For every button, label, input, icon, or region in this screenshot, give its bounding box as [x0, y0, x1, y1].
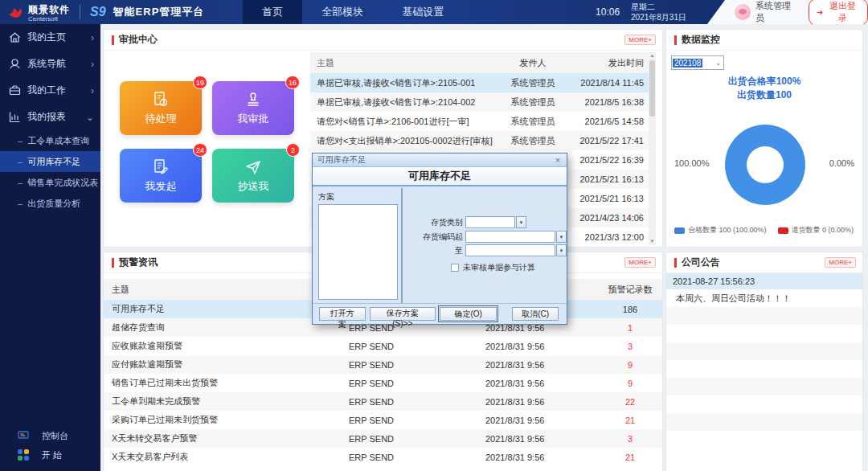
approval-row[interactable]: 单据已审核,请接收<销售订单>:2104-002系统管理员2021/8/5 16… — [310, 92, 649, 112]
sidebar-subitem-workorder-cost[interactable]: 工令单成本查询 — [0, 130, 100, 151]
sidebar: 我的主页 系统导航 我的工作 我的报表 工令单成本查询 可用库存不足 销售单 — [0, 24, 100, 471]
home-icon — [8, 31, 22, 44]
logout-button[interactable]: ➜ 退出登录 — [809, 0, 868, 26]
doc-clock-icon — [151, 90, 170, 109]
cancel-button[interactable]: 取消(C) — [512, 307, 559, 321]
save-scheme-button[interactable]: 保存方案(S)>> — [370, 307, 436, 321]
sidebar-subitem-available-stock[interactable]: 可用库存不足 — [0, 151, 100, 172]
approval-row[interactable]: 请您对<销售订单>:2106-001进行[一审]系统管理员2021/6/5 14… — [310, 112, 649, 131]
clock-time: 10:06 — [596, 6, 620, 18]
sidebar-item-reports[interactable]: 我的报表 — [0, 104, 100, 130]
code-to-picker-button[interactable] — [556, 244, 567, 256]
doc-edit-icon — [151, 158, 170, 177]
period-value: 202108 — [673, 59, 702, 68]
unaudited-checkbox[interactable] — [451, 264, 459, 272]
code-to-label: 至 — [403, 245, 465, 256]
company-notice-title: 公司公告 — [674, 256, 720, 269]
alert-row[interactable]: 工令单到期未完成预警ERP SEND2021/8/31 9:5622 — [104, 392, 662, 411]
alert-row[interactable]: 销售订单已过期未出货预警ERP SEND2021/8/31 9:569 — [104, 374, 662, 392]
tile-initiated-by-me[interactable]: 24 我发起 — [120, 149, 202, 203]
scheme-label: 方案 — [318, 191, 398, 203]
tile-cc-to-me[interactable]: 2 抄送我 — [212, 149, 294, 203]
nav-all-modules[interactable]: 全部模块 — [302, 0, 383, 24]
chevron-right-icon — [91, 85, 94, 96]
dialog-title: 可用库存不足 — [317, 154, 366, 166]
date: 2021年8月31日 — [631, 12, 686, 23]
donut-legend: 合格数量 100 (100.00%) 退货数量 0 (0.00%) — [674, 225, 854, 236]
close-icon[interactable] — [552, 155, 563, 166]
scheme-listbox[interactable] — [318, 204, 398, 300]
category-picker-button[interactable] — [516, 216, 526, 228]
notice-date-row[interactable]: 2021-08-27 15:56:23 — [666, 273, 862, 289]
approval-row[interactable]: 请您对<支出报销单>:202105-0002进行[审核]系统管理员2021/5/… — [310, 131, 649, 150]
approval-table-header: 主题 发件人 发出时间 — [310, 52, 649, 73]
code-from-label: 存货编码起 — [403, 231, 465, 243]
nav-base-settings[interactable]: 基础设置 — [383, 0, 463, 24]
scroll-up-icon[interactable]: ▲ — [649, 52, 656, 59]
open-scheme-button[interactable]: 打开方案 — [319, 307, 366, 321]
pending-count-badge: 19 — [193, 76, 207, 89]
legend-return-swatch — [778, 227, 788, 234]
top-navigation: 首页 全部模块 基础设置 — [243, 0, 463, 24]
initiated-count-badge: 24 — [193, 143, 207, 157]
approval-row[interactable]: 单据已审核,请接收<销售订单>:2105-001系统管理员2021/8/14 1… — [310, 73, 649, 92]
sidebar-item-navigation[interactable]: 系统导航 — [0, 51, 100, 77]
tile-my-approvals[interactable]: 16 我审批 — [212, 81, 294, 135]
stamp-icon — [244, 90, 263, 109]
brand-name-cn: 顺景软件 — [28, 4, 70, 15]
period-select[interactable]: 202108 ⌄ — [671, 55, 724, 70]
code-from-input[interactable] — [465, 231, 555, 243]
notice-more-button[interactable]: MORE+ — [825, 257, 856, 268]
user-avatar[interactable] — [735, 4, 751, 20]
alert-row[interactable]: 应付账款逾期预警ERP SEND2021/8/31 9:569 — [104, 355, 662, 374]
sidebar-subitem-shipment-quality[interactable]: 出货质量分析 — [0, 193, 100, 214]
console-button[interactable]: 控制台 — [0, 426, 100, 445]
available-stock-dialog: 可用库存不足 可用库存不足 方案 存货类别 存货编码起 — [312, 153, 567, 325]
sidebar-item-home[interactable]: 我的主页 — [0, 24, 100, 51]
alert-row[interactable]: X天未交易客户列表ERP SEND2021/8/31 9:5621 — [104, 448, 662, 466]
category-input[interactable] — [465, 216, 515, 228]
code-from-picker-button[interactable] — [556, 231, 567, 243]
donut-chart — [725, 125, 805, 205]
user-area: 系统管理员 ➜ 退出登录 — [707, 0, 868, 24]
nav-home[interactable]: 首页 — [243, 0, 302, 24]
data-monitor-title: 数据监控 — [674, 33, 720, 47]
alert-row[interactable]: X天未转交易客户预警ERP SEND2021/8/31 9:563 — [104, 429, 662, 448]
scroll-down-icon[interactable]: ▼ — [649, 238, 656, 245]
console-icon — [18, 430, 29, 441]
alerts-more-button[interactable]: MORE+ — [624, 257, 656, 268]
sidebar-item-work[interactable]: 我的工作 — [0, 77, 100, 104]
data-monitor-panel: 数据监控 202108 ⌄ 出货合格率100% 出货数量100 100.00% … — [665, 29, 863, 248]
briefcase-icon — [8, 84, 22, 97]
approval-more-button[interactable]: MORE+ — [624, 35, 656, 45]
donut-right-label: 0.00% — [829, 158, 854, 168]
pass-rate-text: 出货合格率100% — [666, 75, 862, 88]
navigation-icon — [8, 57, 22, 71]
chevron-down-icon — [86, 112, 94, 123]
chevron-right-icon — [91, 32, 94, 43]
product-name: 智能ERP管理平台 — [113, 5, 205, 19]
scroll-thumb[interactable] — [649, 60, 655, 117]
dialog-titlebar[interactable]: 可用库存不足 — [313, 154, 567, 167]
brand: 顺景软件 Centersoft S9 智能ERP管理平台 — [0, 2, 204, 23]
unaudited-checkbox-label: 未审核单据参与计算 — [463, 262, 535, 273]
category-label: 存货类别 — [403, 217, 465, 228]
erp-dashboard: 顺景软件 Centersoft S9 智能ERP管理平台 首页 全部模块 基础设… — [0, 0, 868, 471]
chevron-down-icon: ⌄ — [715, 59, 723, 67]
logout-icon: ➜ — [817, 8, 823, 17]
clock-area: 10:06 星期二 2021年8月31日 — [596, 2, 707, 23]
company-notice-panel: 公司公告 MORE+ 2021-08-27 15:56:23 本周六、周日公司活… — [665, 252, 863, 471]
dialog-heading: 可用库存不足 — [313, 167, 567, 186]
approval-scrollbar[interactable]: ▲ ▼ — [649, 52, 656, 245]
start-button[interactable]: 开 始 — [0, 445, 100, 465]
company-logo-icon — [6, 3, 24, 21]
code-to-input[interactable] — [465, 244, 555, 256]
divider — [80, 5, 80, 19]
ok-button[interactable]: 确定(O) — [440, 307, 497, 321]
alert-row[interactable]: 采购订单已过期未到货预警ERP SEND2021/8/31 9:5621 — [104, 411, 662, 429]
chart-icon — [8, 110, 22, 124]
tile-pending[interactable]: 19 待处理 — [120, 81, 202, 135]
sidebar-subitem-sales-completion[interactable]: 销售单完成状况表 — [0, 172, 100, 193]
alert-row[interactable]: 应收账款逾期预警ERP SEND2021/8/31 9:563 — [104, 337, 662, 355]
alerts-title: 预警资讯 — [112, 256, 158, 269]
